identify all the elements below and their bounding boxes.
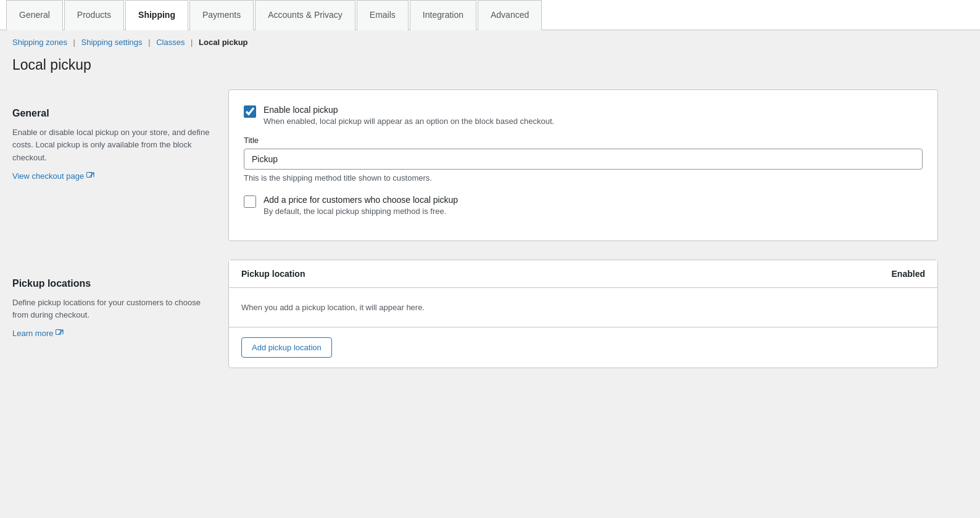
enable-pickup-checkbox[interactable] [244, 105, 256, 118]
tab-integration[interactable]: Integration [410, 0, 476, 30]
locations-description: Pickup locations Define pickup locations… [12, 260, 210, 368]
locations-card: Pickup location Enabled When you add a p… [228, 260, 938, 368]
settings-container: General Enable or disable local pickup o… [0, 83, 950, 411]
tab-shipping[interactable]: Shipping [125, 0, 188, 30]
empty-locations-message: When you add a pickup location, it will … [229, 287, 937, 327]
add-pickup-location-button[interactable]: Add pickup location [241, 337, 332, 358]
general-section: General Enable or disable local pickup o… [12, 89, 938, 241]
tab-products[interactable]: Products [64, 0, 124, 30]
add-price-label[interactable]: Add a price for customers who choose loc… [264, 195, 458, 205]
enable-pickup-row: Enable local pickup When enabled, local … [244, 105, 923, 126]
locations-section: Pickup locations Define pickup locations… [12, 260, 938, 368]
page-title: Local pickup [0, 53, 980, 83]
enable-pickup-sublabel: When enabled, local pickup will appear a… [264, 117, 554, 126]
tab-accounts-privacy[interactable]: Accounts & Privacy [255, 0, 355, 30]
tab-general[interactable]: General [6, 0, 63, 30]
svg-rect-0 [87, 172, 92, 177]
breadcrumb-sep-2: | [148, 38, 150, 47]
learn-more-link[interactable]: Learn more [12, 329, 64, 338]
title-hint: This is the shipping method title shown … [244, 173, 923, 183]
breadcrumb-sep-3: | [191, 38, 193, 47]
general-card: Enable local pickup When enabled, local … [228, 89, 938, 241]
tabs-bar: General Products Shipping Payments Accou… [0, 0, 980, 30]
breadcrumb-link-shipping-settings[interactable]: Shipping settings [81, 38, 143, 47]
title-input[interactable] [244, 149, 923, 170]
enable-pickup-label-group: Enable local pickup When enabled, local … [264, 105, 554, 126]
title-label: Title [244, 136, 923, 145]
general-description-text: Enable or disable local pickup on your s… [12, 126, 210, 165]
tab-payments[interactable]: Payments [189, 0, 254, 30]
add-price-label-group: Add a price for customers who choose loc… [264, 195, 458, 216]
general-card-body: Enable local pickup When enabled, local … [229, 90, 937, 240]
enable-pickup-label[interactable]: Enable local pickup [264, 105, 338, 115]
col-enabled: Enabled [656, 260, 937, 288]
add-price-sublabel: By default, the local pickup shipping me… [264, 207, 458, 216]
tab-emails[interactable]: Emails [357, 0, 409, 30]
svg-rect-1 [56, 330, 61, 335]
locations-description-text: Define pickup locations for your custome… [12, 297, 210, 323]
locations-table-header-row: Pickup location Enabled [229, 260, 937, 288]
external-link-icon [86, 172, 94, 180]
breadcrumb-link-classes[interactable]: Classes [156, 38, 185, 47]
tab-advanced[interactable]: Advanced [478, 0, 542, 30]
breadcrumb-link-shipping-zones[interactable]: Shipping zones [12, 38, 67, 47]
add-location-row: Add pickup location [229, 327, 937, 368]
general-description: General Enable or disable local pickup o… [12, 89, 210, 241]
learn-more-external-icon [56, 329, 64, 337]
empty-locations-row: When you add a pickup location, it will … [229, 287, 937, 327]
breadcrumb-sep-1: | [73, 38, 75, 47]
title-field-group: Title This is the shipping method title … [244, 136, 923, 183]
add-price-row: Add a price for customers who choose loc… [244, 195, 923, 216]
locations-heading: Pickup locations [12, 278, 210, 289]
breadcrumb-current: Local pickup [199, 38, 247, 47]
col-pickup-location: Pickup location [229, 260, 656, 288]
locations-table: Pickup location Enabled When you add a p… [229, 260, 937, 327]
view-checkout-link[interactable]: View checkout page [12, 171, 94, 181]
breadcrumb: Shipping zones | Shipping settings | Cla… [0, 30, 980, 53]
general-heading: General [12, 108, 210, 119]
add-price-checkbox[interactable] [244, 195, 256, 208]
